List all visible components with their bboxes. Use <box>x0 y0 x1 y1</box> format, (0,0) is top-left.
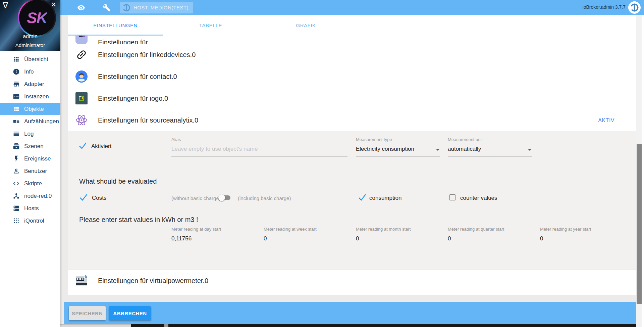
settings-row-sourceanalytix[interactable]: Einstellungen für sourceanalytix.0 AKTIV <box>68 109 636 131</box>
sidebar-item-benutzer[interactable]: Benutzer <box>0 165 60 177</box>
sidebar-item-label: Log <box>24 131 34 137</box>
sidebar-item-label: Ereignisse <box>24 155 51 162</box>
window-right-edge <box>642 15 644 327</box>
sidebar-item-label: Objekte <box>24 106 44 112</box>
sidebar-item-label: Info <box>24 68 34 75</box>
server-icon <box>13 205 20 212</box>
nabla-menu-icon[interactable]: ∇ <box>3 1 8 10</box>
toggle-left-label: (without basic charge) <box>171 195 221 201</box>
settings-row-contact[interactable]: Einstellungen für contact.0 <box>68 66 636 88</box>
sidebar-item-aufzaehlungen[interactable]: Aufzählungen <box>0 115 60 128</box>
input-underline <box>171 156 347 156</box>
checkbox-consumption-checked[interactable] <box>358 193 367 202</box>
sidebar-item-label: Benutzer <box>24 168 47 175</box>
art-track-icon <box>13 118 20 125</box>
input-underline <box>448 246 532 246</box>
alias-field-group: Alias <box>171 137 347 157</box>
chevron-down-icon <box>528 149 531 151</box>
adapter-icon <box>75 36 88 44</box>
sidebar-item-node-red[interactable]: node-red.0 <box>0 190 60 202</box>
meter-quarter-group: Meter reading at quarter start <box>448 227 532 247</box>
sidebar-item-label: Übersicht <box>24 56 48 63</box>
sidebar: SK ∇ ✕ admin Administrator Übersicht Inf… <box>0 0 60 327</box>
basic-charge-toggle[interactable] <box>218 194 231 201</box>
checkbox-costs-checked[interactable] <box>79 193 88 202</box>
meter-week-input[interactable] <box>264 235 347 242</box>
sidebar-item-ereignisse[interactable]: Ereignisse <box>0 152 60 165</box>
host-button[interactable]: HOST: MEDION(TEST) <box>120 2 193 13</box>
aktiviert-label: Aktiviert <box>91 143 111 150</box>
status-badge: AKTIV <box>598 109 614 131</box>
measurement-type-label: Measurement type <box>356 137 392 142</box>
start-values-heading: Please enter start values in kWh or m3 ! <box>79 216 198 224</box>
tab-grafik[interactable]: GRAFIK <box>258 15 354 36</box>
meter-week-label: Meter reading at week start <box>264 227 317 232</box>
footer-action-bar: SPEICHERN ABBRECHEN <box>64 302 636 324</box>
tab-einstellungen[interactable]: EINSTELLUNGEN <box>68 15 163 36</box>
sidebar-item-objekte[interactable]: Objekte <box>0 103 60 115</box>
alias-input[interactable] <box>171 146 347 152</box>
tab-tabelle[interactable]: TABELLE <box>163 15 258 36</box>
input-underline <box>356 246 440 246</box>
sidebar-item-instanzen[interactable]: Instanzen <box>0 90 60 103</box>
settings-row-label: Einstellungen für virtualpowermeter.0 <box>98 270 208 292</box>
visibility-icon[interactable] <box>77 4 85 12</box>
input-underline <box>264 246 347 246</box>
measurement-type-select[interactable]: Electricity consumption <box>356 146 440 152</box>
sidebar-item-hosts[interactable]: Hosts <box>0 202 60 215</box>
meter-day-input[interactable] <box>171 235 255 242</box>
wrench-icon[interactable] <box>103 4 111 12</box>
settings-row-linkeddevices[interactable]: Einstellungen für linkeddevices.0 <box>68 44 636 66</box>
settings-row-iogo[interactable]: Einstellungen für iogo.0 <box>68 88 636 109</box>
close-icon[interactable]: ✕ <box>51 1 56 8</box>
settings-row-virtualpowermeter[interactable]: Einstellungen für virtualpowermeter.0 <box>68 270 636 292</box>
sidebar-item-uebersicht[interactable]: Übersicht <box>0 53 60 65</box>
code-icon <box>13 180 20 187</box>
scrollbar-thumb[interactable] <box>637 144 642 304</box>
sidebar-item-szenen[interactable]: Szenen <box>0 140 60 152</box>
link-icon <box>73 46 90 63</box>
powermeter-icon <box>75 275 88 287</box>
sidebar-item-info[interactable]: Info <box>0 65 60 78</box>
measurement-unit-group: Measurement unit automatically <box>448 137 532 157</box>
measurement-unit-select[interactable]: automatically <box>448 146 532 152</box>
store-icon <box>13 81 20 88</box>
scrollbar-track[interactable] <box>636 15 642 327</box>
subscriptions-icon <box>13 143 20 150</box>
host-label: HOST: MEDION(TEST) <box>133 5 189 10</box>
checkbox-aktiviert-checked[interactable] <box>78 141 87 150</box>
meter-month-input[interactable] <box>356 235 440 242</box>
sidebar-item-label: Adapter <box>24 81 44 88</box>
tab-bar: EINSTELLUNGEN TABELLE GRAFIK <box>68 15 636 36</box>
sidebar-item-label: node-red.0 <box>24 193 52 199</box>
settings-row-label: Einstellungen für linkeddevices.0 <box>98 44 196 66</box>
person-icon <box>13 168 20 175</box>
consumption-label: consumption <box>369 195 401 201</box>
dots-grid-icon <box>13 217 20 224</box>
sidebar-nav: Übersicht Info Adapter Instanzen Objekte… <box>0 53 60 227</box>
taskbar-segment <box>164 324 168 327</box>
meter-year-label: Meter reading at year start <box>540 227 591 232</box>
counter-values-label: counter values <box>460 195 497 201</box>
settings-row-label: Einstellungen für <box>98 36 148 44</box>
meter-month-label: Meter reading at month start <box>356 227 411 232</box>
subtitles-icon <box>13 93 20 100</box>
checkbox-counter-values-unchecked[interactable] <box>449 194 455 200</box>
costs-label: Costs <box>92 195 106 201</box>
settings-row-partial[interactable]: Einstellungen für <box>68 36 636 44</box>
sidebar-item-skripte[interactable]: Skripte <box>0 177 60 190</box>
input-underline <box>448 156 532 156</box>
evaluated-heading: What should be evaluated <box>79 178 157 185</box>
sidebar-item-adapter[interactable]: Adapter <box>0 78 60 90</box>
power-icon <box>122 3 131 12</box>
meter-quarter-label: Meter reading at quarter start <box>448 227 504 232</box>
sidebar-item-log[interactable]: Log <box>0 128 60 140</box>
meter-year-input[interactable] <box>540 235 624 242</box>
sidebar-item-iqontrol[interactable]: iQontrol <box>0 215 60 227</box>
meter-quarter-input[interactable] <box>448 235 532 242</box>
save-button[interactable]: SPEICHERN <box>69 306 106 320</box>
top-bar: HOST: MEDION(TEST) ioBroker.admin 3.7.7 <box>60 0 644 15</box>
sidebar-item-label: Instanzen <box>24 93 49 100</box>
cancel-button[interactable]: ABBRECHEN <box>109 306 151 320</box>
taskbar-strip <box>131 324 644 327</box>
